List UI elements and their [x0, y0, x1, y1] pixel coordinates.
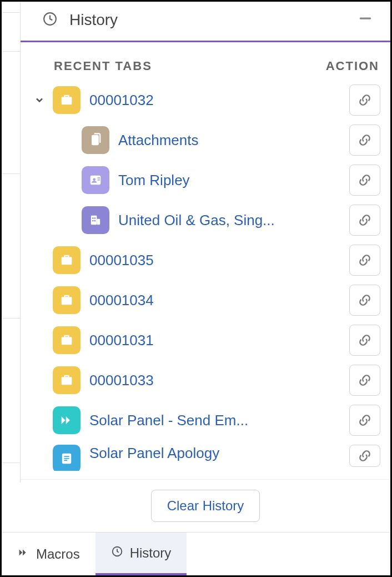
svg-rect-13 [64, 456, 69, 457]
list-item[interactable]: United Oil & Gas, Sing... [26, 200, 380, 240]
recent-tabs-list: 00001032 Attachments Tom Ripley [21, 80, 390, 532]
link-button[interactable] [349, 445, 380, 467]
column-action: ACTION [313, 59, 379, 73]
columns-header: RECENT TABS ACTION [21, 42, 390, 80]
case-icon [53, 286, 81, 314]
contact-icon [82, 166, 109, 194]
rail-segment [2, 174, 20, 319]
rail-segment [2, 52, 20, 174]
item-label[interactable]: United Oil & Gas, Sing... [118, 212, 343, 229]
item-label[interactable]: Solar Panel Apology [89, 445, 343, 462]
link-button[interactable] [349, 165, 380, 196]
tab-label: Macros [36, 546, 80, 562]
item-label[interactable]: 00001032 [89, 92, 343, 109]
list-item[interactable]: 00001033 [26, 360, 380, 400]
macros-icon [17, 546, 29, 562]
list-item[interactable]: Tom Ripley [26, 160, 380, 200]
list-item[interactable]: Solar Panel Apology [26, 440, 380, 471]
item-label[interactable]: Solar Panel - Send Em... [89, 412, 343, 429]
list-item[interactable]: Solar Panel - Send Em... [26, 400, 380, 440]
rail-segment [2, 2, 20, 13]
svg-rect-10 [92, 220, 93, 221]
svg-rect-8 [92, 217, 93, 218]
link-button[interactable] [349, 285, 380, 316]
chevron-down-icon[interactable] [26, 94, 53, 106]
item-label[interactable]: Attachments [118, 132, 343, 149]
macro-icon [53, 406, 81, 434]
list-item[interactable]: 00001032 [26, 80, 380, 120]
document-icon [53, 445, 81, 471]
item-label[interactable]: 00001031 [89, 332, 343, 349]
rail-segment [2, 13, 20, 52]
case-icon [53, 86, 81, 114]
link-button[interactable] [349, 125, 380, 156]
svg-rect-5 [98, 180, 100, 181]
tab-macros[interactable]: Macros [2, 533, 96, 575]
svg-rect-6 [91, 216, 97, 225]
link-button[interactable] [349, 405, 380, 436]
link-button[interactable] [349, 325, 380, 356]
list-item[interactable]: 00001034 [26, 280, 380, 320]
svg-rect-7 [97, 219, 100, 225]
link-button[interactable] [349, 84, 380, 116]
clear-history-button[interactable]: Clear History [151, 490, 260, 522]
item-label[interactable]: 00001035 [89, 252, 343, 269]
svg-rect-11 [94, 220, 96, 221]
attachments-icon [82, 126, 109, 154]
svg-rect-14 [64, 458, 69, 459]
history-icon [111, 545, 123, 561]
history-panel: History RECENT TABS ACTION 00001032 [21, 2, 390, 532]
list-item[interactable]: 00001031 [26, 320, 380, 360]
rail-segment [2, 319, 20, 463]
list-item[interactable]: Attachments [26, 120, 380, 160]
clear-bar: Clear History [21, 479, 390, 532]
tab-history[interactable]: History [96, 533, 187, 575]
history-icon [43, 12, 57, 28]
item-label[interactable]: Tom Ripley [118, 172, 343, 189]
svg-rect-9 [94, 217, 96, 218]
svg-point-3 [93, 178, 96, 181]
column-recent-tabs: RECENT TABS [54, 59, 313, 73]
link-button[interactable] [349, 245, 380, 276]
item-label[interactable]: 00001033 [89, 372, 343, 389]
tab-label: History [130, 545, 172, 561]
minimize-button[interactable] [356, 11, 375, 29]
case-icon [53, 326, 81, 354]
link-button[interactable] [349, 205, 380, 236]
case-icon [53, 366, 81, 394]
left-rail [2, 2, 21, 483]
list-item[interactable]: 00001035 [26, 240, 380, 280]
item-label[interactable]: 00001034 [89, 292, 343, 309]
panel-title: History [69, 11, 118, 29]
case-icon [53, 246, 81, 274]
svg-rect-4 [98, 177, 100, 178]
utility-tabs: Macros History [2, 532, 390, 575]
account-icon [82, 206, 109, 234]
link-button[interactable] [349, 365, 380, 396]
svg-rect-15 [64, 460, 67, 461]
panel-header: History [21, 2, 390, 42]
